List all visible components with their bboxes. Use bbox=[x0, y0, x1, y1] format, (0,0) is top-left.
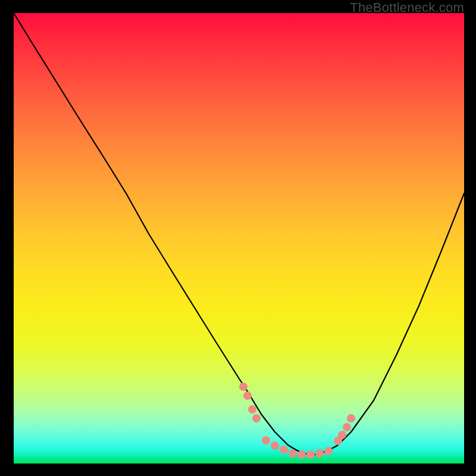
svg-point-0 bbox=[239, 383, 248, 391]
svg-point-8 bbox=[298, 450, 306, 459]
chart-lines-svg bbox=[14, 13, 464, 464]
svg-point-7 bbox=[289, 449, 297, 458]
black-curve bbox=[14, 13, 464, 455]
svg-point-14 bbox=[343, 423, 351, 431]
svg-point-3 bbox=[252, 414, 261, 422]
svg-point-4 bbox=[262, 436, 270, 444]
svg-point-6 bbox=[280, 446, 288, 454]
salmon-dots-left bbox=[239, 383, 261, 422]
svg-point-1 bbox=[243, 392, 252, 400]
svg-point-11 bbox=[324, 447, 333, 455]
watermark-text: TheBottleneck.com bbox=[350, 0, 464, 15]
chart-stage: TheBottleneck.com bbox=[0, 0, 476, 476]
svg-point-5 bbox=[271, 441, 279, 450]
svg-point-2 bbox=[248, 405, 256, 414]
svg-point-13 bbox=[338, 431, 346, 439]
plot-area bbox=[14, 13, 464, 464]
svg-point-10 bbox=[315, 449, 324, 458]
svg-point-15 bbox=[347, 414, 355, 422]
svg-point-9 bbox=[306, 450, 315, 459]
salmon-dots-bottom bbox=[262, 436, 333, 459]
